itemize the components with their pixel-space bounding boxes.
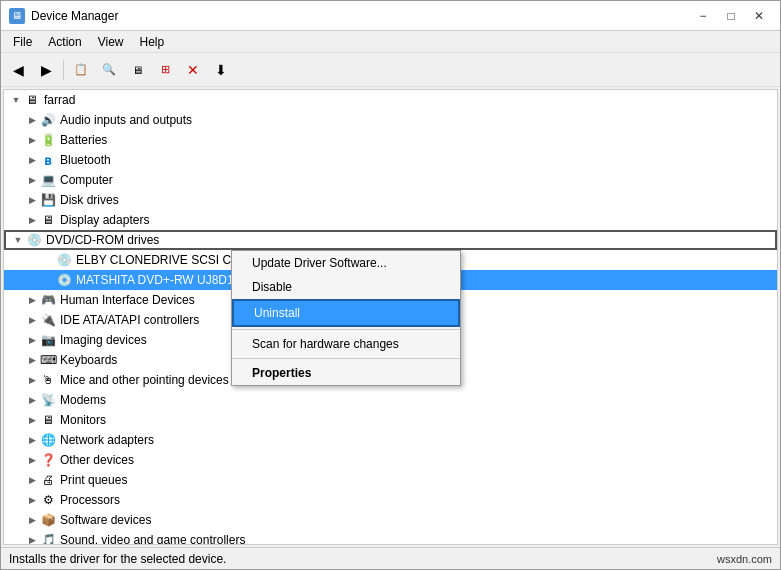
disk-icon: 💾: [40, 192, 56, 208]
list-item[interactable]: ▶ 💾 Disk drives: [4, 190, 777, 210]
list-item[interactable]: ▶ ʙ Bluetooth: [4, 150, 777, 170]
keyboard-icon: ⌨: [40, 352, 56, 368]
toolbar-sep-1: [63, 60, 64, 80]
ctx-update-driver[interactable]: Update Driver Software...: [232, 251, 460, 275]
toolbar-properties[interactable]: 📋: [68, 57, 94, 83]
menu-file[interactable]: File: [5, 33, 40, 51]
network-icon: 🌐: [40, 432, 56, 448]
expand-disk: ▶: [24, 192, 40, 208]
print-icon: 🖨: [40, 472, 56, 488]
status-bar: Installs the driver for the selected dev…: [1, 547, 780, 569]
list-item[interactable]: ▶ 🖥 Display adapters: [4, 210, 777, 230]
sound-icon: 🎵: [40, 532, 56, 545]
ctx-uninstall[interactable]: Uninstall: [232, 299, 460, 327]
menu-action[interactable]: Action: [40, 33, 89, 51]
computer-small-icon: 💻: [40, 172, 56, 188]
list-item[interactable]: ▶ ⚙ Processors: [4, 490, 777, 510]
list-item[interactable]: ▶ 📦 Software devices: [4, 510, 777, 530]
expand-processors: ▶: [24, 492, 40, 508]
toolbar-back[interactable]: ◀: [5, 57, 31, 83]
list-item[interactable]: ▶ 📡 Modems: [4, 390, 777, 410]
toolbar-disable[interactable]: ✕: [180, 57, 206, 83]
minimize-button[interactable]: −: [690, 6, 716, 26]
expand-computer: ▶: [24, 172, 40, 188]
network-label: Network adapters: [60, 433, 154, 447]
display-label: Display adapters: [60, 213, 149, 227]
audio-icon: 🔊: [40, 112, 56, 128]
expand-hid: ▶: [24, 292, 40, 308]
toolbar-install[interactable]: ⬇: [208, 57, 234, 83]
expand-dvd: ▼: [10, 232, 26, 248]
list-item[interactable]: ▶ 🎵 Sound, video and game controllers: [4, 530, 777, 545]
expand-display: ▶: [24, 212, 40, 228]
toolbar: ◀ ▶ 📋 🔍 🖥 ⊞ ✕ ⬇: [1, 53, 780, 87]
expand-imaging: ▶: [24, 332, 40, 348]
cpu-icon: ⚙: [40, 492, 56, 508]
list-item[interactable]: ▶ 🔋 Batteries: [4, 130, 777, 150]
tree-root[interactable]: ▼ 🖥 farrad: [4, 90, 777, 110]
expand-mice: ▶: [24, 372, 40, 388]
batteries-label: Batteries: [60, 133, 107, 147]
expand-network: ▶: [24, 432, 40, 448]
other-label: Other devices: [60, 453, 134, 467]
expand-software: ▶: [24, 512, 40, 528]
monitor-icon: 🖥: [40, 412, 56, 428]
device-manager-window: 🖥 Device Manager − □ ✕ File Action View …: [0, 0, 781, 570]
other-icon: ❓: [40, 452, 56, 468]
toolbar-show-hidden[interactable]: 🖥: [124, 57, 150, 83]
list-item[interactable]: ▶ ❓ Other devices: [4, 450, 777, 470]
disk-label: Disk drives: [60, 193, 119, 207]
close-button[interactable]: ✕: [746, 6, 772, 26]
keyboards-label: Keyboards: [60, 353, 117, 367]
expand-sound: ▶: [24, 532, 40, 545]
ide-icon: 🔌: [40, 312, 56, 328]
sound-label: Sound, video and game controllers: [60, 533, 245, 545]
main-content: ▼ 🖥 farrad ▶ 🔊 Audio inputs and outputs …: [1, 87, 780, 547]
hid-icon: 🎮: [40, 292, 56, 308]
title-bar: 🖥 Device Manager − □ ✕: [1, 1, 780, 31]
list-item[interactable]: ▶ 💻 Computer: [4, 170, 777, 190]
list-item[interactable]: ▶ 🖨 Print queues: [4, 470, 777, 490]
dvd-drives-header[interactable]: ▼ 💿 DVD/CD-ROM drives: [4, 230, 777, 250]
modems-label: Modems: [60, 393, 106, 407]
expand-elby: [40, 252, 56, 268]
tree-root-label: farrad: [44, 93, 75, 107]
menu-view[interactable]: View: [90, 33, 132, 51]
dvd-icon: 💿: [26, 232, 42, 248]
cd-icon: 💿: [56, 252, 72, 268]
expand-modems: ▶: [24, 392, 40, 408]
maximize-button[interactable]: □: [718, 6, 744, 26]
ctx-properties[interactable]: Properties: [232, 361, 460, 385]
status-text: Installs the driver for the selected dev…: [9, 552, 226, 566]
matshita-icon: 💿: [56, 272, 72, 288]
computer-label: Computer: [60, 173, 113, 187]
list-item[interactable]: ▶ 🔊 Audio inputs and outputs: [4, 110, 777, 130]
toolbar-forward[interactable]: ▶: [33, 57, 59, 83]
mice-label: Mice and other pointing devices: [60, 373, 229, 387]
monitors-label: Monitors: [60, 413, 106, 427]
toolbar-scan[interactable]: ⊞: [152, 57, 178, 83]
expand-matshita: [40, 272, 56, 288]
matshita-label: MATSHITA DVD+-RW UJ8D1: [76, 273, 234, 287]
expand-ide: ▶: [24, 312, 40, 328]
ide-label: IDE ATA/ATAPI controllers: [60, 313, 199, 327]
ctx-scan[interactable]: Scan for hardware changes: [232, 332, 460, 356]
list-item[interactable]: ▶ 🖥 Monitors: [4, 410, 777, 430]
ctx-disable[interactable]: Disable: [232, 275, 460, 299]
processors-label: Processors: [60, 493, 120, 507]
toolbar-update-driver[interactable]: 🔍: [96, 57, 122, 83]
menu-help[interactable]: Help: [132, 33, 173, 51]
bluetooth-icon: ʙ: [40, 152, 56, 168]
ctx-separator-2: [232, 358, 460, 359]
status-right-text: wsxdn.com: [717, 553, 772, 565]
list-item[interactable]: ▶ 🌐 Network adapters: [4, 430, 777, 450]
display-icon: 🖥: [40, 212, 56, 228]
hid-label: Human Interface Devices: [60, 293, 195, 307]
context-menu: Update Driver Software... Disable Uninst…: [231, 250, 461, 386]
bluetooth-label: Bluetooth: [60, 153, 111, 167]
expand-farrad: ▼: [8, 92, 24, 108]
menu-bar: File Action View Help: [1, 31, 780, 53]
window-controls: − □ ✕: [690, 6, 772, 26]
expand-other: ▶: [24, 452, 40, 468]
modem-icon: 📡: [40, 392, 56, 408]
